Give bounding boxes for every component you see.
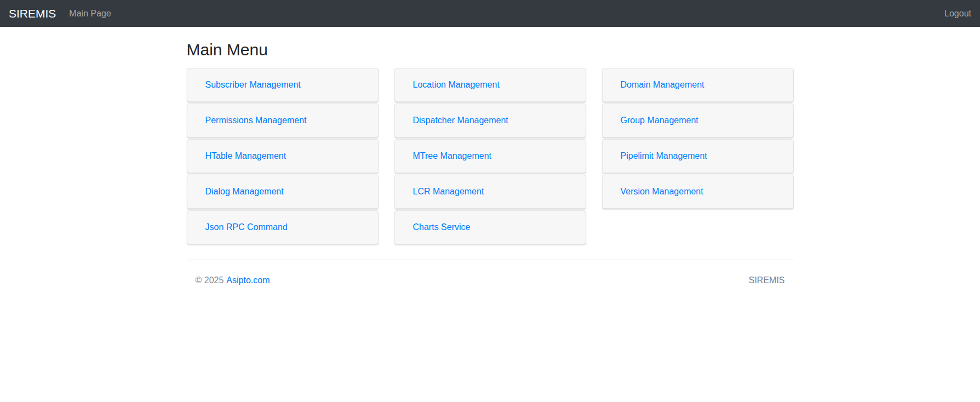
page-title: Main Menu	[187, 40, 794, 60]
link-mtree-management[interactable]: MTree Management	[413, 151, 491, 161]
card-domain-management[interactable]: Domain Management	[602, 68, 794, 102]
link-pipelimit-management[interactable]: Pipelimit Management	[621, 151, 707, 161]
asipto-link[interactable]: Asipto.com	[226, 275, 270, 285]
footer: © 2025Asipto.com SIREMIS	[187, 275, 794, 285]
footer-brand: SIREMIS	[749, 275, 785, 285]
link-dialog-management[interactable]: Dialog Management	[205, 187, 284, 197]
card-dialog-management[interactable]: Dialog Management	[187, 175, 379, 209]
card-json-rpc-command[interactable]: Json RPC Command	[187, 210, 379, 244]
link-subscriber-management[interactable]: Subscriber Management	[205, 80, 301, 90]
menu-column-3: Domain Management Group Management Pipel…	[602, 68, 794, 209]
footer-divider	[187, 260, 794, 260]
card-subscriber-management[interactable]: Subscriber Management	[187, 68, 379, 102]
main-menu-grid: Subscriber Management Permissions Manage…	[187, 68, 794, 244]
card-version-management[interactable]: Version Management	[602, 175, 794, 209]
logout-link[interactable]: Logout	[944, 9, 971, 19]
menu-column-1: Subscriber Management Permissions Manage…	[187, 68, 379, 244]
link-dispatcher-management[interactable]: Dispatcher Management	[413, 116, 508, 125]
link-domain-management[interactable]: Domain Management	[621, 80, 704, 90]
link-json-rpc-command[interactable]: Json RPC Command	[205, 222, 288, 232]
card-pipelimit-management[interactable]: Pipelimit Management	[602, 139, 794, 173]
menu-column-2: Location Management Dispatcher Managemen…	[394, 68, 586, 244]
link-group-management[interactable]: Group Management	[621, 116, 698, 125]
card-permissions-management[interactable]: Permissions Management	[187, 104, 379, 137]
card-mtree-management[interactable]: MTree Management	[394, 139, 586, 173]
link-version-management[interactable]: Version Management	[621, 187, 703, 197]
card-location-management[interactable]: Location Management	[394, 68, 586, 102]
top-navbar: SIREMIS Main Page Logout	[0, 0, 980, 27]
link-lcr-management[interactable]: LCR Management	[413, 187, 484, 197]
link-location-management[interactable]: Location Management	[413, 80, 500, 90]
link-htable-management[interactable]: HTable Management	[205, 151, 286, 161]
nav-item-main-page[interactable]: Main Page	[69, 9, 111, 19]
link-permissions-management[interactable]: Permissions Management	[205, 116, 307, 125]
card-group-management[interactable]: Group Management	[602, 104, 794, 137]
navbar-brand[interactable]: SIREMIS	[9, 8, 56, 19]
copyright-year: © 2025	[196, 275, 224, 285]
card-htable-management[interactable]: HTable Management	[187, 139, 379, 173]
main-content: Main Menu Subscriber Management Permissi…	[187, 40, 794, 285]
link-charts-service[interactable]: Charts Service	[413, 222, 471, 232]
card-dispatcher-management[interactable]: Dispatcher Management	[394, 104, 586, 137]
copyright-text: © 2025Asipto.com	[196, 275, 270, 285]
card-charts-service[interactable]: Charts Service	[394, 210, 586, 244]
card-lcr-management[interactable]: LCR Management	[394, 175, 586, 209]
